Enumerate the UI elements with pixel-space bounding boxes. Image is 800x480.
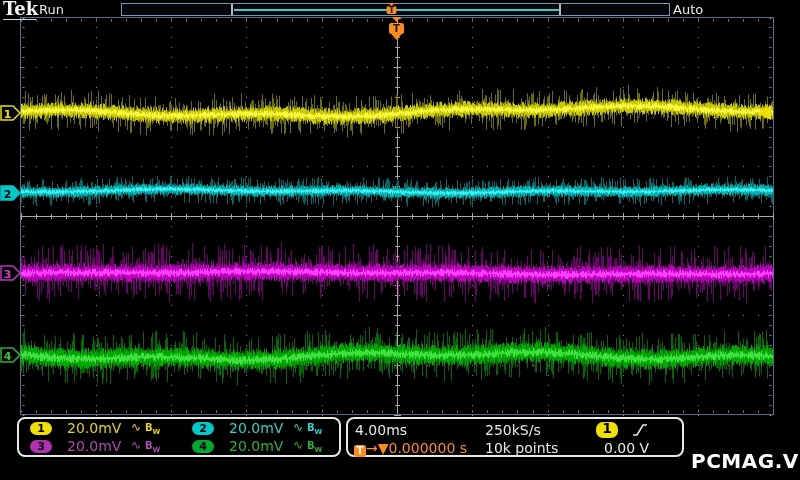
record-right-bracket-icon — [559, 4, 561, 15]
ch1-badge: 1 — [30, 422, 52, 435]
acquisition-status: Run — [39, 2, 64, 17]
trigger-source-badge: 1 — [596, 422, 618, 438]
channel-readout-box[interactable]: 1 20.0mV ∿ BW 2 20.0mV ∿ BW 3 20.0mV ∿ B… — [17, 417, 341, 457]
trigger-level-value: 0.00 V — [604, 440, 649, 456]
record-length: 10k points — [485, 440, 558, 456]
trigger-level-arrow-icon[interactable] — [757, 106, 772, 120]
acquisition-preview-bar[interactable]: T — [121, 3, 670, 16]
ch2-badge: 2 — [192, 422, 214, 435]
ch4-coupling-bw-icon: ∿ BW — [293, 438, 322, 454]
svg-text:1: 1 — [4, 108, 12, 121]
pcmag-watermark: PCMAG.VN — [691, 449, 800, 473]
ch3-readout[interactable]: 3 20.0mV ∿ BW — [19, 437, 181, 455]
trigger-slope-rising-icon — [632, 422, 648, 438]
ch2-position-marker[interactable]: 2 — [0, 185, 22, 201]
trigger-position-marker-icon[interactable]: T — [388, 17, 405, 45]
ch4-readout[interactable]: 4 20.0mV ∿ BW — [181, 437, 339, 455]
trigger-position-value: 0.000000 s — [389, 440, 468, 456]
triangle-down-icon: ▼ — [378, 440, 389, 456]
svg-text:2: 2 — [4, 188, 12, 201]
trigger-t-icon: T — [354, 445, 366, 457]
sample-rate: 250kS/s — [485, 422, 541, 438]
svg-text:T: T — [393, 23, 400, 34]
trigger-position-readout: T→▼0.000000 s — [354, 440, 467, 456]
ch1-coupling-bw-icon: ∿ BW — [131, 420, 160, 436]
trigger-mode-status: Auto — [673, 2, 703, 17]
ch3-scale: 20.0mV — [67, 438, 123, 454]
arrow-right-icon: → — [366, 440, 378, 456]
ch4-badge: 4 — [192, 440, 214, 453]
svg-text:T: T — [389, 6, 395, 15]
ch2-readout[interactable]: 2 20.0mV ∿ BW — [181, 419, 339, 437]
ch2-coupling-bw-icon: ∿ BW — [293, 420, 322, 436]
ch3-coupling-bw-icon: ∿ BW — [131, 438, 160, 454]
ch3-badge: 3 — [30, 440, 52, 453]
tek-logo: Tek — [3, 0, 38, 18]
record-left-bracket-icon — [231, 4, 233, 15]
waveform-display — [0, 0, 800, 480]
tek-logo-underline — [3, 19, 36, 20]
horizontal-trigger-readout-box[interactable]: 4.00ms 250kS/s 1 T→▼0.000000 s 10k point… — [346, 417, 684, 457]
ch4-position-marker[interactable]: 4 — [0, 347, 22, 363]
ch1-position-marker[interactable]: 1 — [0, 105, 22, 121]
ch3-position-marker[interactable]: 3 — [0, 265, 22, 281]
svg-text:4: 4 — [4, 350, 12, 363]
ch4-scale: 20.0mV — [229, 438, 285, 454]
trigger-position-mini-icon[interactable]: T — [385, 3, 398, 16]
svg-text:3: 3 — [4, 268, 12, 281]
ch2-scale: 20.0mV — [229, 420, 285, 436]
oscilloscope-screen: Tek Run Auto T T 1 2 3 4 — [0, 0, 800, 480]
ch1-readout[interactable]: 1 20.0mV ∿ BW — [19, 419, 181, 437]
ch1-scale: 20.0mV — [67, 420, 123, 436]
timebase-scale: 4.00ms — [355, 422, 407, 438]
